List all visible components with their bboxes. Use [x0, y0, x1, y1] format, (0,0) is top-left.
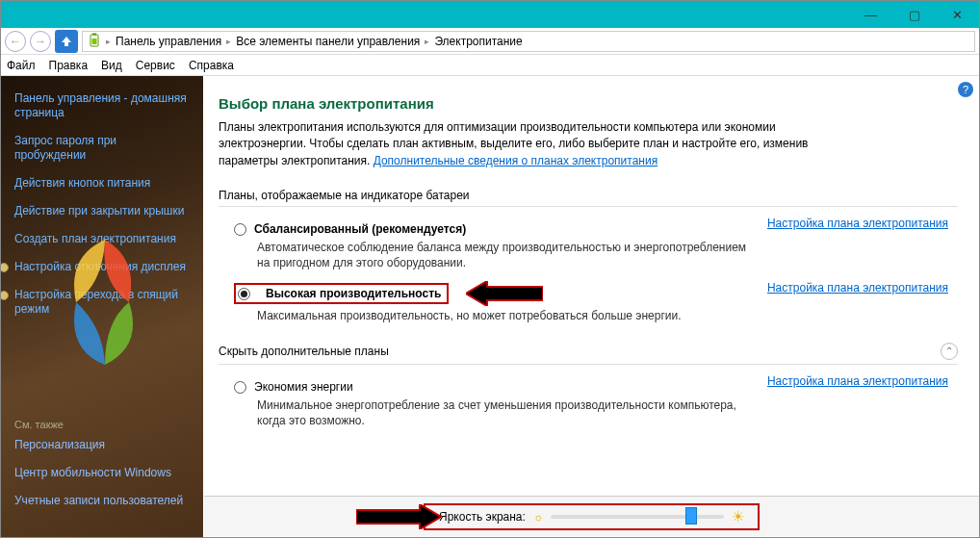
sidebar-link-personalization[interactable]: Персонализация — [14, 438, 190, 452]
breadcrumb-path[interactable]: ▸ Панель управления ▸ Все элементы панел… — [82, 31, 975, 52]
menu-service[interactable]: Сервис — [136, 59, 175, 72]
plan-balanced-desc: Автоматическое соблюдение баланса между … — [257, 240, 758, 270]
help-icon[interactable]: ? — [958, 82, 973, 97]
svg-marker-3 — [466, 281, 543, 306]
collapse-toggle-icon[interactable]: ⌃ — [941, 343, 958, 360]
configure-balanced-link[interactable]: Настройка плана электропитания — [767, 217, 948, 230]
nav-forward-button[interactable]: → — [30, 31, 51, 52]
sidebar-link-user-accounts[interactable]: Учетные записи пользователей — [14, 494, 190, 508]
annotation-arrow-right-icon — [356, 504, 441, 532]
nav-back-button[interactable]: ← — [5, 31, 26, 52]
nav-up-button[interactable] — [55, 30, 78, 53]
intro-text: Планы электропитания используются для оп… — [219, 119, 815, 169]
close-button[interactable]: ✕ — [936, 1, 979, 28]
sidebar-link-create-plan[interactable]: Создать план электропитания — [14, 232, 190, 246]
address-bar: ← → ▸ Панель управления ▸ Все элементы п… — [1, 28, 979, 55]
minimize-button[interactable]: — — [849, 1, 892, 28]
brightness-label: Яркость экрана: — [439, 510, 526, 524]
brightness-slider[interactable] — [551, 515, 724, 519]
section-hide-additional[interactable]: Скрыть дополнительные планы ⌃ — [219, 343, 958, 365]
main-content: ? Выбор плана электропитания Планы элект… — [203, 76, 979, 537]
sidebar-see-also-heading: См. также — [14, 419, 190, 430]
plan-balanced-label: Сбалансированный (рекомендуется) — [254, 222, 466, 236]
section-battery-plans: Планы, отображаемые на индикаторе батаре… — [219, 189, 958, 207]
power-options-icon — [87, 33, 104, 50]
plan-balanced[interactable]: Сбалансированный (рекомендуется) — [234, 222, 466, 236]
menu-view[interactable]: Вид — [101, 59, 122, 72]
learn-more-link[interactable]: Дополнительные сведения о планах электро… — [374, 154, 658, 167]
plan-high-desc: Максимальная производительность, но може… — [257, 308, 758, 323]
sidebar-home-link[interactable]: Панель управления - домашняя страница — [14, 91, 190, 120]
svg-rect-1 — [92, 33, 96, 35]
configure-eco-link[interactable]: Настройка плана электропитания — [767, 374, 948, 388]
menu-bar: Файл Правка Вид Сервис Справка — [1, 55, 979, 76]
menu-edit[interactable]: Правка — [49, 59, 89, 72]
brightness-high-icon: ☀ — [732, 508, 744, 525]
sidebar-link-sleep[interactable]: Настройка перехода в спящий режим — [1, 288, 190, 317]
sidebar-link-display-off[interactable]: Настройка отключения дисплея — [1, 260, 190, 274]
menu-file[interactable]: Файл — [7, 59, 36, 72]
plan-eco-desc: Минимальное энергопотребление за счет ум… — [257, 397, 758, 428]
sidebar-link-lid-action[interactable]: Действие при закрытии крышки — [14, 204, 190, 218]
menu-help[interactable]: Справка — [189, 59, 234, 72]
annotation-highlight-plan: Высокая производительность — [234, 283, 449, 304]
brightness-slider-thumb[interactable] — [685, 507, 697, 525]
sidebar-link-power-buttons[interactable]: Действия кнопок питания — [14, 176, 190, 191]
maximize-button[interactable]: ▢ — [892, 1, 936, 28]
window-titlebar: — ▢ ✕ — [1, 1, 979, 28]
footer-brightness-bar: Яркость экрана: ☼ ☀ — [204, 496, 979, 536]
svg-rect-2 — [92, 38, 97, 44]
breadcrumb-item[interactable]: Электропитание — [431, 35, 525, 48]
plan-eco[interactable]: Экономия энергии — [234, 380, 353, 394]
sidebar: Панель управления - домашняя страница За… — [1, 76, 203, 537]
svg-marker-4 — [356, 504, 441, 529]
brightness-low-icon: ☼ — [533, 511, 543, 523]
sidebar-link-mobility-center[interactable]: Центр мобильности Windows — [14, 466, 190, 480]
annotation-highlight-brightness: Яркость экрана: ☼ ☀ — [424, 503, 760, 530]
configure-high-link[interactable]: Настройка плана электропитания — [767, 281, 948, 295]
radio-eco[interactable] — [234, 381, 246, 394]
plan-eco-label: Экономия энергии — [254, 380, 353, 394]
breadcrumb-item[interactable]: Все элементы панели управления — [233, 35, 423, 48]
plan-high-label: Высокая производительность — [266, 287, 441, 300]
page-title: Выбор плана электропитания — [219, 95, 958, 112]
radio-balanced[interactable] — [234, 223, 246, 236]
sidebar-link-password-wake[interactable]: Запрос пароля при пробуждении — [14, 134, 190, 163]
breadcrumb-item[interactable]: Панель управления — [113, 35, 224, 48]
annotation-arrow-left-icon — [466, 281, 543, 306]
radio-high-performance[interactable] — [238, 288, 250, 300]
breadcrumb-sep: ▸ — [106, 37, 111, 46]
